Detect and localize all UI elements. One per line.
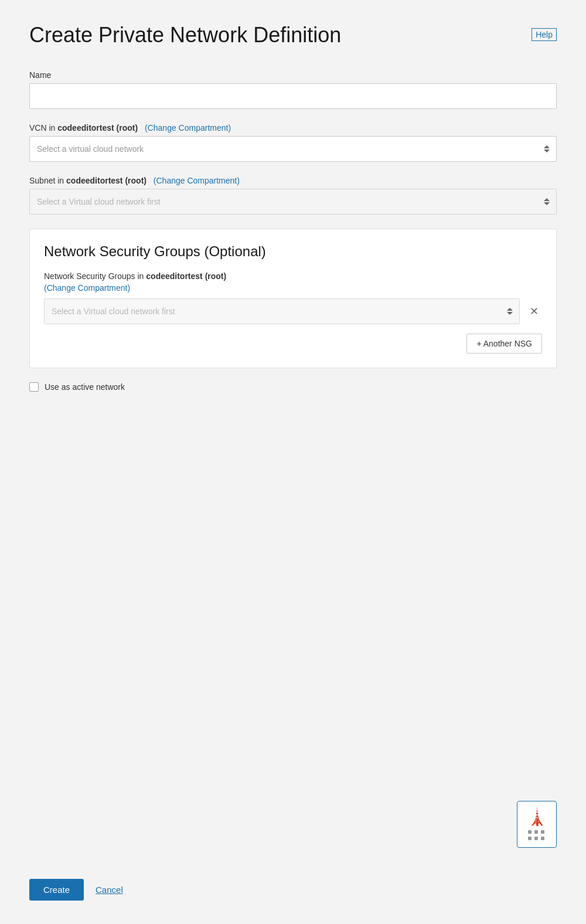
add-nsg-container: + Another NSG <box>44 334 542 354</box>
nsg-card: Network Security Groups (Optional) Netwo… <box>29 229 557 368</box>
subnet-compartment: codeeditortest (root) <box>66 176 146 185</box>
header-row: Create Private Network Definition Help <box>29 23 557 47</box>
name-label: Name <box>29 70 557 80</box>
subnet-change-compartment-link[interactable]: (Change Compartment) <box>154 176 240 185</box>
nsg-label-row: Network Security Groups in codeeditortes… <box>44 271 542 281</box>
nsg-select-row: Select a Virtual cloud network first ✕ <box>44 298 542 324</box>
nsg-select[interactable]: Select a Virtual cloud network first <box>44 298 520 324</box>
dot-5 <box>534 837 538 840</box>
dot-4 <box>528 837 532 840</box>
help-link[interactable]: Help <box>532 28 557 41</box>
dot-6 <box>541 837 544 840</box>
subnet-label-prefix: Subnet in <box>29 176 66 185</box>
page-title: Create Private Network Definition <box>29 23 341 47</box>
footer-actions: Create Cancel <box>29 879 123 901</box>
subnet-section: Subnet in codeeditortest (root) (Change … <box>29 176 557 215</box>
dot-3 <box>541 830 544 834</box>
dots-grid <box>528 830 546 841</box>
vcn-label-prefix: VCN in <box>29 123 57 133</box>
subnet-select[interactable]: Select a Virtual cloud network first <box>29 189 557 215</box>
name-section: Name <box>29 70 557 109</box>
nsg-change-compartment-link[interactable]: (Change Compartment) <box>44 283 542 293</box>
vcn-compartment: codeeditortest (root) <box>57 123 138 133</box>
help-widget[interactable]: 🗼 <box>517 801 557 848</box>
active-network-row: Use as active network <box>29 382 557 392</box>
nsg-title: Network Security Groups (Optional) <box>44 243 542 260</box>
name-input[interactable] <box>29 83 557 109</box>
vcn-select[interactable]: Select a virtual cloud network <box>29 136 557 162</box>
active-network-label: Use as active network <box>45 382 125 392</box>
lifebuoy-icon: 🗼 <box>527 807 547 827</box>
add-another-nsg-button[interactable]: + Another NSG <box>466 334 542 354</box>
cancel-button[interactable]: Cancel <box>96 885 123 895</box>
nsg-label-prefix: Network Security Groups in <box>44 271 146 281</box>
create-button[interactable]: Create <box>29 879 84 901</box>
dot-1 <box>528 830 532 834</box>
dot-2 <box>534 830 538 834</box>
subnet-label: Subnet in codeeditortest (root) (Change … <box>29 176 557 185</box>
active-network-checkbox[interactable] <box>29 382 39 392</box>
subnet-select-wrapper: Select a Virtual cloud network first <box>29 189 557 215</box>
vcn-label: VCN in codeeditortest (root) (Change Com… <box>29 123 557 133</box>
nsg-select-wrapper: Select a Virtual cloud network first <box>44 298 520 324</box>
page-container: Create Private Network Definition Help N… <box>0 0 586 924</box>
vcn-change-compartment-link[interactable]: (Change Compartment) <box>145 123 231 133</box>
vcn-select-wrapper: Select a virtual cloud network <box>29 136 557 162</box>
nsg-compartment: codeeditortest (root) <box>146 271 226 281</box>
vcn-section: VCN in codeeditortest (root) (Change Com… <box>29 123 557 162</box>
nsg-clear-button[interactable]: ✕ <box>526 303 542 320</box>
